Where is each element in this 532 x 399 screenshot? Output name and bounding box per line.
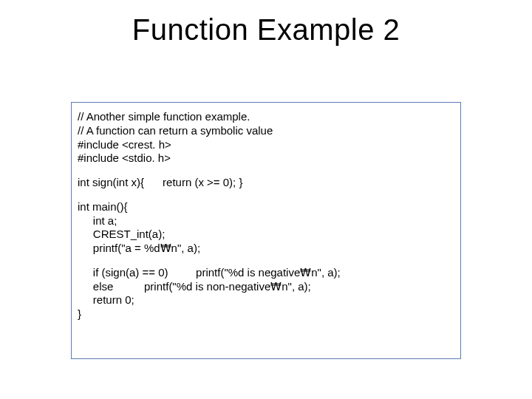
slide: Function Example 2 // Another simple fun… <box>0 0 532 399</box>
code-line: #include <stdio. h> <box>78 151 454 166</box>
code-line: if (sign(a) == 0) printf("%d is negative… <box>78 266 454 280</box>
code-line: } <box>78 307 454 321</box>
code-line: // Another simple function example. <box>78 110 454 124</box>
code-block-4: if (sign(a) == 0) printf("%d is negative… <box>78 266 454 321</box>
code-block-1: // Another simple function example. // A… <box>78 110 454 166</box>
slide-title: Function Example 2 <box>0 13 532 47</box>
code-line: int sign(int x){ return (x >= 0); } <box>78 176 454 190</box>
code-block-2: int sign(int x){ return (x >= 0); } <box>78 176 454 190</box>
code-line: int main(){ <box>78 200 454 214</box>
code-line: #include <crest. h> <box>78 138 454 152</box>
code-line: else printf("%d is non-negative₩n", a); <box>78 280 454 294</box>
code-line: return 0; <box>78 293 454 307</box>
code-block-3: int main(){ int a; CREST_int(a); printf(… <box>78 200 454 256</box>
code-line: printf("a = %d₩n", a); <box>78 242 454 256</box>
code-box: // Another simple function example. // A… <box>71 102 461 359</box>
code-line: CREST_int(a); <box>78 228 454 242</box>
code-line: // A function can return a symbolic valu… <box>78 124 454 138</box>
code-line: int a; <box>78 214 454 228</box>
